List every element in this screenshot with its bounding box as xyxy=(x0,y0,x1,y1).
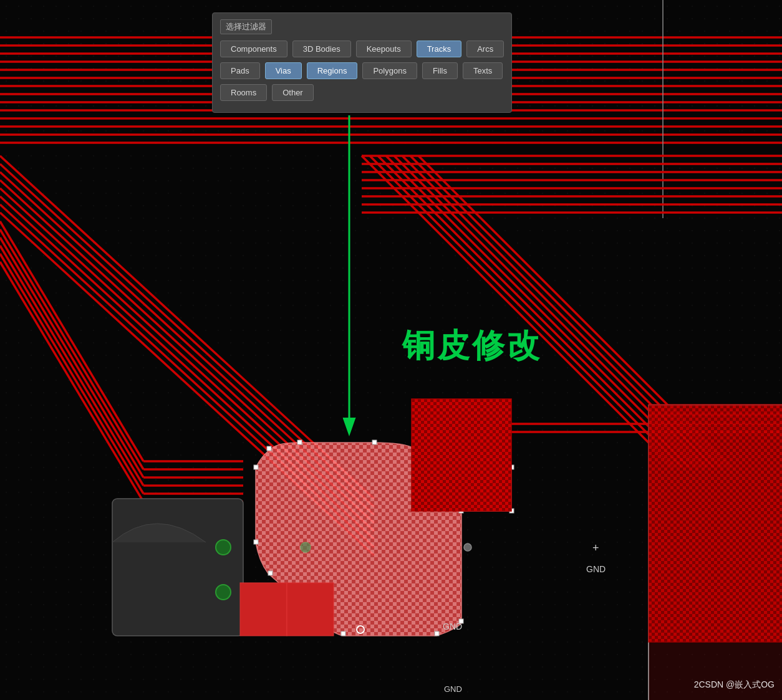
svg-rect-67 xyxy=(435,631,439,636)
filter-btn-vias[interactable]: Vias xyxy=(265,62,302,79)
filter-btn-pads[interactable]: Pads xyxy=(220,62,260,79)
filter-btn-tracks[interactable]: Tracks xyxy=(417,41,462,57)
svg-point-73 xyxy=(216,540,231,555)
filter-btn-texts[interactable]: Texts xyxy=(463,62,503,79)
filter-row-1: Components 3D Bodies Keepouts Tracks Arc… xyxy=(220,41,504,57)
filter-row-2: Pads Vias Regions Polygons Fills Texts xyxy=(220,62,504,79)
svg-rect-70 xyxy=(254,540,258,544)
filter-row-3: Rooms Other xyxy=(220,84,504,101)
filter-btn-regions[interactable]: Regions xyxy=(307,62,358,79)
svg-point-90 xyxy=(464,544,471,551)
svg-rect-54 xyxy=(112,499,243,636)
filter-btn-arcs[interactable]: Arcs xyxy=(466,41,504,57)
filter-btn-3dbodies[interactable]: 3D Bodies xyxy=(292,41,351,57)
filter-btn-keepouts[interactable]: Keepouts xyxy=(356,41,412,57)
svg-point-76 xyxy=(301,542,311,552)
svg-text:GND: GND xyxy=(443,621,462,631)
svg-rect-78 xyxy=(240,583,287,636)
svg-text:GND: GND xyxy=(444,684,462,694)
annotation-arrow xyxy=(324,109,374,439)
watermark-text: 2CSDN @嵌入式OG xyxy=(694,679,775,691)
svg-rect-72 xyxy=(267,446,271,451)
filter-popup: 选择过滤器 Components 3D Bodies Keepouts Trac… xyxy=(212,12,512,113)
filter-btn-components[interactable]: Components xyxy=(220,41,287,57)
svg-rect-69 xyxy=(268,571,273,575)
svg-rect-59 xyxy=(372,440,377,444)
filter-popup-title: 选择过滤器 xyxy=(220,19,272,34)
svg-point-74 xyxy=(216,585,231,600)
svg-text:+: + xyxy=(592,542,599,554)
svg-rect-79 xyxy=(287,583,334,636)
filter-btn-polygons[interactable]: Polygons xyxy=(362,62,417,79)
svg-text:GND: GND xyxy=(586,564,606,574)
svg-rect-68 xyxy=(341,631,345,636)
svg-rect-85 xyxy=(412,399,511,511)
filter-btn-fills[interactable]: Fills xyxy=(422,62,458,79)
svg-rect-71 xyxy=(254,465,258,469)
svg-rect-86 xyxy=(649,405,782,642)
chinese-label: 铜皮修改 xyxy=(402,324,542,368)
filter-btn-other[interactable]: Other xyxy=(272,84,314,101)
svg-rect-58 xyxy=(297,440,302,444)
filter-btn-rooms[interactable]: Rooms xyxy=(220,84,267,101)
